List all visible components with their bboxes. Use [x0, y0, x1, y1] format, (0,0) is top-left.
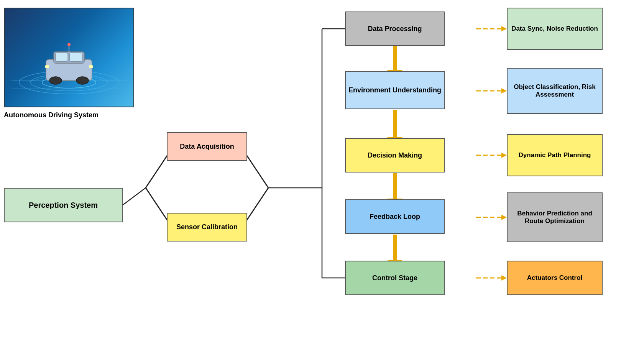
dynamic-path-box: Dynamic Path Planning — [507, 134, 603, 176]
svg-rect-10 — [70, 53, 82, 61]
control-stage-box: Control Stage — [345, 261, 445, 295]
behavior-prediction-box: Behavior Prediction and Route Optimizati… — [507, 192, 603, 242]
svg-marker-42 — [501, 275, 507, 281]
actuators-box: Actuators Control — [507, 261, 603, 295]
env-understanding-box: Environment Understanding — [345, 71, 445, 109]
obj-classification-label: Object Classification, Risk Assessment — [511, 83, 598, 99]
dynamic-path-label: Dynamic Path Planning — [519, 151, 591, 159]
sensor-calibration-box: Sensor Calibration — [167, 213, 247, 242]
feedback-loop-box: Feedback Loop — [345, 199, 445, 234]
perception-box: Perception System — [4, 188, 123, 222]
feedback-loop-label: Feedback Loop — [370, 213, 420, 221]
data-acquisition-box: Data Acquisition — [167, 132, 247, 161]
svg-point-16 — [67, 43, 71, 46]
svg-rect-14 — [89, 65, 93, 68]
env-understanding-label: Environment Understanding — [348, 86, 441, 94]
data-processing-box: Data Processing — [345, 12, 445, 46]
svg-marker-40 — [501, 215, 507, 220]
svg-marker-38 — [501, 153, 507, 158]
behavior-prediction-label: Behavior Prediction and Route Optimizati… — [511, 210, 598, 225]
svg-rect-13 — [45, 65, 49, 68]
decision-making-box: Decision Making — [345, 138, 445, 172]
car-image — [4, 8, 134, 107]
data-processing-label: Data Processing — [368, 25, 422, 33]
decision-making-label: Decision Making — [368, 151, 422, 159]
actuators-label: Actuators Control — [527, 274, 583, 282]
svg-point-11 — [49, 77, 62, 84]
control-stage-label: Control Stage — [372, 274, 417, 282]
ads-label: Autonomous Driving System — [4, 111, 99, 119]
perception-label: Perception System — [29, 201, 98, 210]
svg-marker-34 — [501, 26, 507, 31]
svg-marker-36 — [501, 88, 507, 94]
data-acquisition-label: Data Acquisition — [180, 143, 234, 151]
data-sync-box: Data Sync, Noise Reduction — [507, 8, 603, 50]
svg-rect-9 — [56, 53, 68, 61]
sensor-calibration-label: Sensor Calibration — [176, 223, 238, 231]
obj-classification-box: Object Classification, Risk Assessment — [507, 68, 603, 114]
svg-point-12 — [76, 77, 89, 84]
data-sync-label: Data Sync, Noise Reduction — [511, 25, 598, 33]
